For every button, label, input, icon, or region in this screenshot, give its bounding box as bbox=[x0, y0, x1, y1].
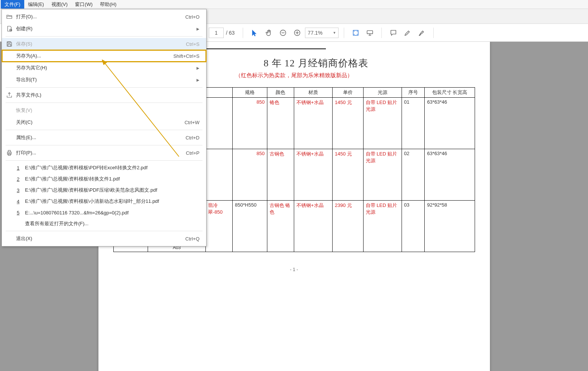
cell-color: 古铜色 bbox=[267, 149, 294, 201]
cell-light: 自带 LED 贴片光源 bbox=[363, 149, 402, 201]
menu-exit[interactable]: 退出(X) Ctrl+Q bbox=[2, 233, 206, 245]
menu-save-as[interactable]: 另存为(A)... Shift+Ctrl+S bbox=[2, 50, 206, 62]
menu-label: 保存(S) bbox=[15, 41, 186, 47]
file-menu-dropdown: 打开(O)... Ctrl+O 创建(R) ▶ 保存(S) Ctrl+S 另存为… bbox=[1, 9, 207, 246]
menubar: 文件(F) 编辑(E) 视图(V) 窗口(W) 帮助(H) bbox=[0, 0, 588, 9]
zoom-in-icon[interactable] bbox=[291, 26, 304, 39]
cell-color: 古铜色 铬色 bbox=[267, 201, 294, 252]
menu-window[interactable]: 窗口(W) bbox=[71, 0, 96, 9]
cell-name: 翡冷翠-850 bbox=[205, 201, 232, 252]
recent-file-label: E:...\u=1080760116 7320...&fm=26&gp=0(2)… bbox=[23, 210, 199, 216]
menu-share-file[interactable]: 共享文件(L) bbox=[2, 89, 206, 101]
menu-label: 导出到(T) bbox=[15, 76, 196, 83]
menu-help[interactable]: 帮助(H) bbox=[96, 0, 120, 9]
shortcut-label: Ctrl+P bbox=[186, 150, 199, 156]
menu-revert: 恢复(V) bbox=[2, 104, 206, 116]
menu-export-to[interactable]: 导出到(T) ▶ bbox=[2, 74, 206, 86]
menu-print[interactable]: 打印(P)... Ctrl+P bbox=[2, 147, 206, 159]
menu-properties[interactable]: 属性(E)... Ctrl+D bbox=[2, 132, 206, 144]
page-total-label: / 63 bbox=[226, 30, 235, 36]
cell-material: 不锈钢+水晶 bbox=[294, 98, 332, 149]
toolbar-divider bbox=[243, 28, 243, 38]
create-doc-icon bbox=[4, 25, 15, 32]
menu-save-as-other[interactable]: 另存为其它(H) ▶ bbox=[2, 62, 206, 74]
toolbar-divider bbox=[433, 28, 434, 38]
menu-recent-file[interactable]: 3E:\推广\推广\总视频\资料模板\PDF压缩\欧美范杂志风图文.pdf bbox=[2, 185, 206, 196]
submenu-arrow-icon: ▶ bbox=[196, 27, 199, 31]
cell-spec: 850 bbox=[233, 149, 267, 201]
col-material: 材质 bbox=[294, 88, 332, 98]
cell-name bbox=[205, 98, 232, 149]
comment-icon[interactable] bbox=[387, 26, 400, 39]
printer-icon bbox=[4, 150, 15, 156]
svg-rect-6 bbox=[367, 31, 373, 34]
select-arrow-icon[interactable] bbox=[248, 26, 261, 39]
share-upload-icon bbox=[4, 92, 15, 98]
col-hidden-3 bbox=[205, 88, 232, 98]
shortcut-label: Ctrl+O bbox=[185, 14, 199, 20]
menu-save: 保存(S) Ctrl+S bbox=[2, 38, 206, 50]
svg-rect-14 bbox=[7, 152, 12, 154]
menu-label: 恢复(V) bbox=[15, 107, 199, 114]
folder-open-icon bbox=[4, 13, 15, 20]
col-packsize: 包装尺寸 长宽高 bbox=[425, 88, 475, 98]
read-mode-icon[interactable] bbox=[364, 26, 376, 39]
cell-price: 1450 元 bbox=[333, 98, 363, 149]
menu-label: 另存为(A)... bbox=[15, 53, 173, 59]
cell-color: 铬色 bbox=[267, 98, 294, 149]
shortcut-label: Shift+Ctrl+S bbox=[173, 53, 199, 59]
cell-light: 自带 LED 贴片光源 bbox=[363, 98, 402, 149]
menu-edit[interactable]: 编辑(E) bbox=[24, 0, 48, 9]
cell-spec: 850*H550 bbox=[233, 201, 267, 252]
menu-recent-file[interactable]: 4E:\推广\推广\总视频\资料模板\小清新动态水彩绿叶_部分11.pdf bbox=[2, 196, 206, 207]
cell-pack: 63*63*46 bbox=[425, 149, 475, 201]
menu-label: 共享文件(L) bbox=[15, 92, 199, 98]
cell-light: 自带 LED 贴片光源 bbox=[363, 201, 402, 252]
col-price: 单价 bbox=[333, 88, 363, 98]
menu-close[interactable]: 关闭(C) Ctrl+W bbox=[2, 116, 206, 128]
cell-name bbox=[205, 149, 232, 201]
toolbar-divider bbox=[344, 28, 344, 38]
svg-rect-12 bbox=[8, 42, 10, 43]
col-color: 颜色 bbox=[267, 88, 294, 98]
fit-page-icon[interactable] bbox=[349, 26, 362, 39]
save-disk-icon bbox=[4, 41, 15, 47]
hand-pan-icon[interactable] bbox=[262, 26, 275, 39]
menu-label: 另存为其它(H) bbox=[15, 65, 196, 71]
cell-spec: 850 bbox=[233, 98, 267, 149]
zoom-value-label: 77.1% bbox=[308, 30, 323, 36]
recent-file-label: E:\推广\推广\总视频\资料模板\小清新动态水彩绿叶_部分11.pdf bbox=[23, 198, 199, 205]
menu-recent-file[interactable]: 1E:\推广\推广\总视频\资料模板\PDF转Excel\转换文件2.pdf bbox=[2, 162, 206, 173]
menu-label: 退出(X) bbox=[15, 235, 185, 242]
page-number-footer: - 1 - bbox=[113, 267, 475, 272]
sign-pen-icon[interactable] bbox=[415, 26, 428, 39]
cell-seq: 03 bbox=[402, 201, 425, 252]
menu-file[interactable]: 文件(F) bbox=[1, 0, 24, 9]
menu-view-all-recent[interactable]: 查看所有最近打开的文件(F)... bbox=[2, 218, 206, 229]
chevron-down-icon: ▼ bbox=[333, 31, 336, 35]
recent-file-label: E:\推广\推广\总视频\资料模板\PDF压缩\欧美范杂志风图文.pdf bbox=[23, 187, 199, 194]
shortcut-label: Ctrl+S bbox=[186, 41, 199, 47]
menu-label: 关闭(C) bbox=[15, 119, 185, 126]
page-current-input[interactable]: 1 bbox=[209, 28, 224, 38]
cell-seq: 01 bbox=[402, 98, 425, 149]
zoom-out-icon[interactable] bbox=[277, 26, 289, 39]
menu-create[interactable]: 创建(R) ▶ bbox=[2, 23, 206, 35]
zoom-dropdown[interactable]: 77.1% ▼ bbox=[305, 28, 339, 38]
col-light: 光源 bbox=[363, 88, 402, 98]
menu-open[interactable]: 打开(O)... Ctrl+O bbox=[2, 11, 206, 23]
menu-label: 创建(R) bbox=[15, 25, 196, 32]
submenu-arrow-icon: ▶ bbox=[196, 66, 199, 70]
shortcut-label: Ctrl+W bbox=[185, 120, 199, 125]
menu-recent-file[interactable]: 2E:\推广\推广\总视频\资料模板\转换文件1.pdf bbox=[2, 173, 206, 185]
svg-rect-15 bbox=[8, 150, 10, 152]
recent-file-label: E:\推广\推广\总视频\资料模板\PDF转Excel\转换文件2.pdf bbox=[23, 164, 199, 171]
menu-recent-file[interactable]: 5E:...\u=1080760116 7320...&fm=26&gp=0(2… bbox=[2, 207, 206, 218]
cell-pack: 92*92*58 bbox=[425, 201, 475, 252]
svg-rect-13 bbox=[8, 44, 11, 46]
cell-seq: 02 bbox=[402, 149, 425, 201]
menu-label: 查看所有最近打开的文件(F)... bbox=[23, 220, 199, 227]
shortcut-label: Ctrl+Q bbox=[185, 236, 199, 242]
menu-view[interactable]: 视图(V) bbox=[48, 0, 71, 9]
highlight-pen-icon[interactable] bbox=[401, 26, 414, 39]
